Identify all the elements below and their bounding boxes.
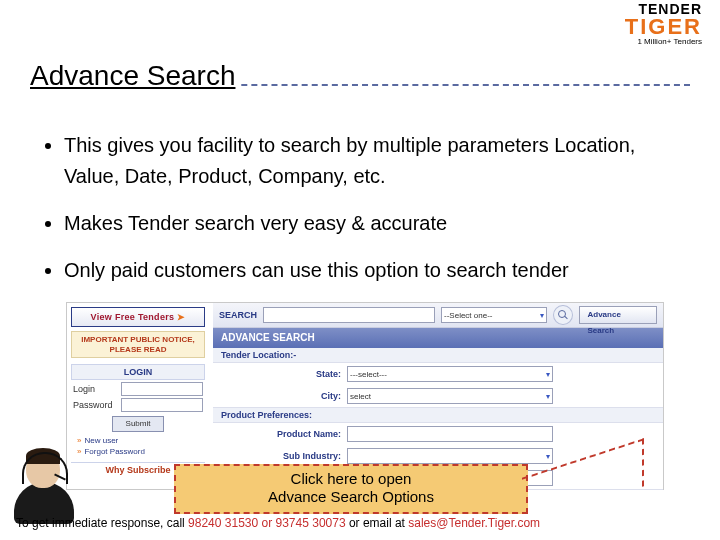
- support-agent-avatar: [10, 446, 82, 524]
- sidebar: View Free Tenders ➤ IMPORTANT PUBLIC NOT…: [67, 303, 209, 489]
- main-panel: SEARCH --Select one--▾ Advance Search AD…: [213, 303, 663, 489]
- search-icon[interactable]: [553, 305, 572, 325]
- location-section-header: Tender Location:-: [213, 348, 663, 363]
- bullet-item: Only paid customers can use this option …: [64, 255, 690, 286]
- arrow-right-icon: ➤: [177, 312, 185, 322]
- search-input[interactable]: [263, 307, 435, 323]
- forgot-password-link[interactable]: »Forgot Password: [77, 447, 199, 456]
- logo-tagline: 1 Million+ Tenders: [625, 38, 702, 46]
- sub-industry-label: Sub Industry:: [221, 451, 341, 461]
- brand-logo: TENDER TIGER 1 Million+ Tenders: [625, 2, 702, 46]
- new-user-link[interactable]: »New user: [77, 436, 199, 445]
- login-label: Login: [73, 384, 121, 394]
- search-label: SEARCH: [219, 310, 257, 320]
- product-section-header: Product Preferences:: [213, 408, 663, 423]
- chevron-down-icon: ▾: [546, 392, 550, 401]
- password-label: Password: [73, 400, 121, 410]
- bullet-item: Makes Tender search very easy & accurate: [64, 208, 690, 239]
- password-input[interactable]: [121, 398, 203, 412]
- callout-line-1: Click here to open: [182, 470, 520, 488]
- footer-text-mid: or email at: [346, 516, 409, 530]
- chevron-down-icon: ▾: [540, 311, 544, 320]
- callout-line-2: Advance Search Options: [182, 488, 520, 506]
- view-free-tenders-button[interactable]: View Free Tenders ➤: [71, 307, 205, 327]
- city-select[interactable]: select▾: [347, 388, 553, 404]
- title-rule: Advance Search: [30, 52, 690, 86]
- login-header: LOGIN: [71, 364, 205, 380]
- product-name-input[interactable]: [347, 426, 553, 442]
- bullet-list: This gives you facility to search by mul…: [48, 130, 690, 302]
- footer-phones: 98240 31530 or 93745 30073: [188, 516, 345, 530]
- search-category-select[interactable]: --Select one--▾: [441, 307, 547, 323]
- footer-email[interactable]: sales@Tender.Tiger.com: [408, 516, 540, 530]
- state-label: State:: [221, 369, 341, 379]
- product-name-label: Product Name:: [221, 429, 341, 439]
- chevron-down-icon: ▾: [546, 452, 550, 461]
- public-notice[interactable]: IMPORTANT PUBLIC NOTICE, PLEASE READ: [71, 331, 205, 358]
- footer-text-pre: To get immediate response, call: [16, 516, 188, 530]
- logo-word-2: TIGER: [625, 16, 702, 38]
- search-bar: SEARCH --Select one--▾ Advance Search: [213, 303, 663, 328]
- city-label: City:: [221, 391, 341, 401]
- page-title: Advance Search: [30, 60, 241, 92]
- callout-box: Click here to open Advance Search Option…: [174, 464, 528, 514]
- footer-contact: To get immediate response, call 98240 31…: [16, 516, 704, 530]
- state-select[interactable]: ---select---▾: [347, 366, 553, 382]
- sub-industry-select[interactable]: ▾: [347, 448, 553, 464]
- login-input[interactable]: [121, 382, 203, 396]
- embedded-screenshot: View Free Tenders ➤ IMPORTANT PUBLIC NOT…: [66, 302, 664, 490]
- chevron-down-icon: ▾: [546, 370, 550, 379]
- headset-icon: [22, 452, 68, 484]
- submit-button[interactable]: Submit: [112, 416, 164, 432]
- advance-search-button[interactable]: Advance Search: [579, 306, 658, 324]
- bullet-item: This gives you facility to search by mul…: [64, 130, 690, 192]
